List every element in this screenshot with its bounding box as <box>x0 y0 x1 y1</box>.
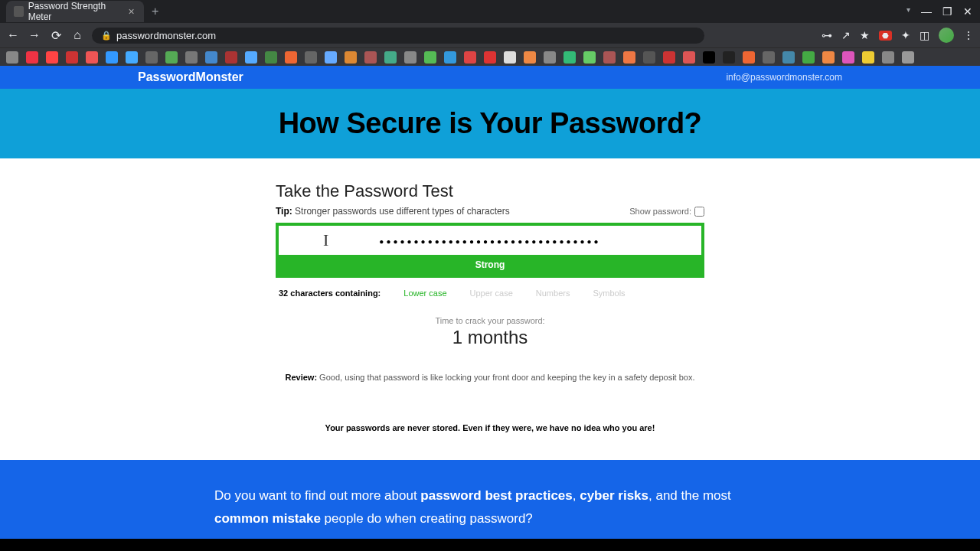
close-tab-icon[interactable]: × <box>126 6 136 17</box>
bookmark-item[interactable] <box>544 51 556 64</box>
forward-button[interactable]: → <box>28 28 41 42</box>
bookmark-item[interactable] <box>126 51 138 64</box>
bookmark-item[interactable] <box>663 51 675 64</box>
bookmark-item[interactable] <box>364 51 377 64</box>
show-password-checkbox[interactable] <box>694 207 704 217</box>
crack-time-label: Time to crack your password: <box>276 316 704 325</box>
home-button[interactable]: ⌂ <box>70 28 84 42</box>
bookmark-item[interactable] <box>86 51 98 64</box>
bookmark-item[interactable] <box>46 51 58 64</box>
lock-icon: 🔒 <box>101 31 112 41</box>
character-breakdown: 32 characters containing: Lower case Upp… <box>276 278 704 298</box>
lowercase-indicator: Lower case <box>403 289 446 298</box>
bookmark-item[interactable] <box>842 51 854 64</box>
chevron-down-icon[interactable]: ▾ <box>906 5 910 18</box>
bookmark-item[interactable] <box>384 51 397 64</box>
bookmark-item[interactable] <box>245 51 257 64</box>
bookmark-item[interactable] <box>265 51 277 64</box>
password-strength-box: I ●●●●●●●●●●●●●●●●●●●●●●●●●●●●●●●● Stron… <box>276 223 704 278</box>
url-text: passwordmonster.com <box>116 30 216 41</box>
bookmark-item[interactable] <box>603 51 616 64</box>
bookmark-item[interactable] <box>583 51 596 64</box>
bookmark-item[interactable] <box>66 51 78 64</box>
bookmark-item[interactable] <box>683 51 695 64</box>
profile-avatar[interactable] <box>939 28 954 43</box>
cta-section: Do you want to find out more about passw… <box>0 460 980 539</box>
share-icon[interactable]: ↗ <box>841 29 851 41</box>
tip-text: Tip: Stronger passwords use different ty… <box>276 206 510 217</box>
password-input[interactable]: I ●●●●●●●●●●●●●●●●●●●●●●●●●●●●●●●● <box>279 226 701 255</box>
minimize-icon[interactable]: — <box>921 5 932 18</box>
footer-bar <box>0 539 980 551</box>
page-title: How Secure is Your Password? <box>0 107 980 140</box>
bookmark-item[interactable] <box>325 51 337 64</box>
bookmark-item[interactable] <box>882 51 894 64</box>
bookmark-bar <box>0 47 980 66</box>
bookmark-item[interactable] <box>862 51 874 64</box>
new-tab-button[interactable]: + <box>144 5 166 18</box>
hero-banner: How Secure is Your Password? <box>0 89 980 158</box>
bookmark-item[interactable] <box>424 51 436 64</box>
bookmark-item[interactable] <box>723 51 735 64</box>
brand-logo[interactable]: PasswordMonster <box>138 70 243 84</box>
tab-title: Password Strength Meter <box>28 1 122 22</box>
strength-indicator: Strong <box>279 255 701 275</box>
contact-email[interactable]: info@passwordmonster.com <box>726 72 842 83</box>
numbers-indicator: Numbers <box>536 289 570 298</box>
bookmark-item[interactable] <box>285 51 297 64</box>
maximize-icon[interactable]: ❐ <box>942 5 952 18</box>
bookmark-item[interactable] <box>623 51 635 64</box>
menu-icon[interactable]: ⋮ <box>963 29 974 41</box>
address-bar[interactable]: 🔒 passwordmonster.com <box>92 28 704 44</box>
tab-favicon <box>14 6 24 17</box>
symbols-indicator: Symbols <box>593 289 625 298</box>
disclaimer-text: Your passwords are never stored. Even if… <box>276 423 704 432</box>
panel-icon[interactable]: ◫ <box>920 29 929 41</box>
bookmark-item[interactable] <box>444 51 456 64</box>
nav-bar: ← → ⟳ ⌂ 🔒 passwordmonster.com ⊶ ↗ ★ ⬣ ✦ … <box>0 23 980 47</box>
bookmark-item[interactable] <box>782 51 795 64</box>
cta-text: Do you want to find out more about passw… <box>214 484 766 531</box>
bookmark-item[interactable] <box>643 51 655 64</box>
bookmark-item[interactable] <box>822 51 835 64</box>
back-button[interactable]: ← <box>6 28 20 42</box>
bookmark-item[interactable] <box>404 51 416 64</box>
bookmark-item[interactable] <box>763 51 775 64</box>
browser-tab[interactable]: Password Strength Meter × <box>6 1 144 22</box>
bookmark-item[interactable] <box>145 51 158 64</box>
bookmark-item[interactable] <box>464 51 476 64</box>
uppercase-indicator: Upper case <box>470 289 513 298</box>
bookmark-item[interactable] <box>165 51 178 64</box>
bookmark-item[interactable] <box>225 51 237 64</box>
bookmark-item[interactable] <box>524 51 536 64</box>
bookmark-item[interactable] <box>564 51 576 64</box>
bookmark-item[interactable] <box>504 51 516 64</box>
bookmark-item[interactable] <box>185 51 198 64</box>
reload-button[interactable]: ⟳ <box>49 28 63 43</box>
key-icon[interactable]: ⊶ <box>822 29 832 41</box>
review-text: Review: Good, using that password is lik… <box>276 371 704 385</box>
bookmark-item[interactable] <box>106 51 118 64</box>
bookmark-item[interactable] <box>703 51 715 64</box>
bookmark-item[interactable] <box>205 51 217 64</box>
site-header: PasswordMonster info@passwordmonster.com <box>0 66 980 89</box>
show-password-toggle[interactable]: Show password: <box>629 207 704 217</box>
crack-time-display: Time to crack your password: 1 months <box>276 316 704 348</box>
password-masked-value: ●●●●●●●●●●●●●●●●●●●●●●●●●●●●●●●● <box>379 237 600 246</box>
bookmark-item[interactable] <box>743 51 755 64</box>
bookmark-item[interactable] <box>345 51 357 64</box>
tab-bar: Password Strength Meter × + ▾ — ❐ ✕ <box>0 0 980 23</box>
text-cursor-icon: I <box>323 230 328 250</box>
char-count-label: 32 characters containing: <box>279 289 381 298</box>
close-window-icon[interactable]: ✕ <box>963 5 972 18</box>
extensions-icon[interactable]: ✦ <box>901 29 910 41</box>
bookmark-item[interactable] <box>305 51 317 64</box>
extensions-badge[interactable]: ⬣ <box>879 31 892 41</box>
bookmark-item[interactable] <box>902 51 914 64</box>
bookmark-star-icon[interactable]: ★ <box>860 29 870 41</box>
bookmark-item[interactable] <box>484 51 496 64</box>
bookmark-item[interactable] <box>26 51 38 64</box>
crack-time-value: 1 months <box>276 327 704 348</box>
bookmark-item[interactable] <box>802 51 815 64</box>
bookmark-item[interactable] <box>6 51 18 64</box>
